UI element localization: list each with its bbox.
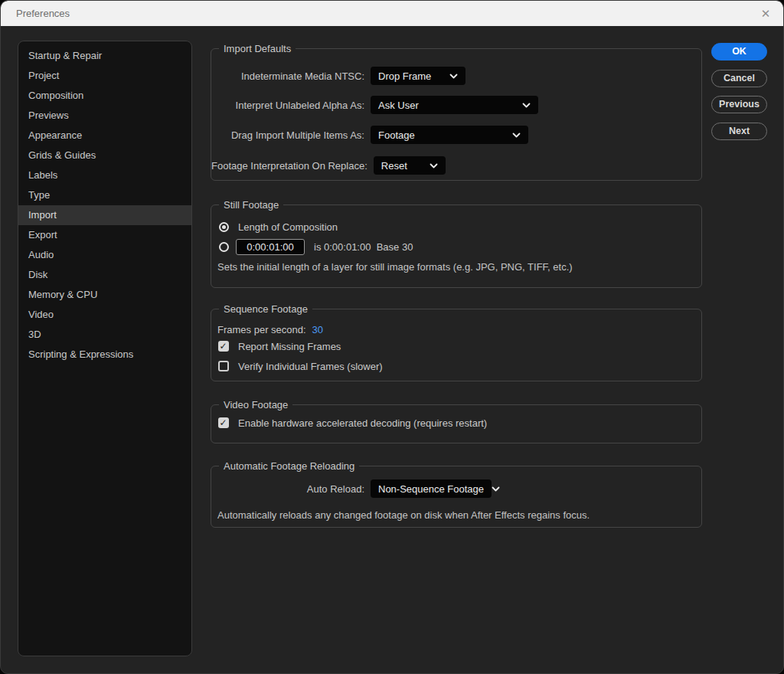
sidebar-item-composition[interactable]: Composition	[18, 86, 191, 106]
import-preferences-panel: Import Defaults Indeterminate Media NTSC…	[211, 1, 702, 674]
group-video-footage: Video Footage Enable hardware accelerate…	[211, 404, 702, 443]
hardware-decoding-label: Enable hardware accelerated decoding (re…	[238, 417, 487, 429]
sidebar-item-appearance[interactable]: Appearance	[18, 126, 191, 146]
window-title: Preferences	[16, 1, 70, 26]
dropdown-value: Ask User	[378, 100, 419, 111]
chevron-down-icon	[492, 486, 500, 492]
sidebar-item-startup-repair[interactable]: Startup & Repair	[18, 46, 191, 66]
sidebar-item-labels[interactable]: Labels	[18, 165, 191, 185]
sidebar-item-memory-cpu[interactable]: Memory & CPU	[18, 285, 191, 305]
auto-reload-help-text: Automatically reloads any changed footag…	[217, 509, 590, 521]
sidebar-item-export[interactable]: Export	[18, 225, 191, 245]
row-hardware-decoding: Enable hardware accelerated decoding (re…	[211, 416, 701, 430]
dropdown-value: Reset	[381, 160, 407, 172]
row-length-of-composition: Length of Composition	[211, 220, 701, 234]
dropdown-value: Footage	[378, 129, 415, 141]
group-title: Sequence Footage	[219, 303, 312, 316]
timecode-suffix: is 0:00:01:00 Base 30	[314, 241, 413, 253]
row-frames-per-second: Frames per second: 30	[211, 323, 701, 336]
sidebar-item-3d[interactable]: 3D	[18, 325, 191, 345]
chevron-down-icon	[522, 103, 531, 108]
sidebar-item-import[interactable]: Import	[18, 205, 191, 225]
frames-per-second-label: Frames per second:	[217, 324, 306, 335]
verify-individual-frames-checkbox[interactable]	[218, 361, 229, 371]
next-button[interactable]: Next	[711, 123, 767, 140]
chevron-down-icon	[430, 163, 438, 168]
auto-reload-dropdown[interactable]: Non-Sequence Footage	[371, 479, 492, 498]
group-title: Video Footage	[219, 399, 292, 411]
report-missing-frames-checkbox[interactable]	[218, 341, 229, 352]
sidebar-item-project[interactable]: Project	[18, 66, 191, 86]
hardware-decoding-checkbox[interactable]	[218, 417, 229, 428]
sidebar-item-video[interactable]: Video	[18, 305, 191, 325]
chevron-down-icon	[449, 74, 458, 79]
custom-duration-radio[interactable]	[219, 242, 229, 252]
indeterminate-media-ntsc-dropdown[interactable]: Drop Frame	[371, 67, 466, 85]
drag-import-multiple-label: Drag Import Multiple Items As:	[211, 129, 364, 141]
preferences-category-list: Startup & Repair Project Composition Pre…	[18, 41, 192, 656]
length-of-composition-radio[interactable]	[219, 222, 229, 232]
footage-interpretation-label: Footage Interpretation On Replace:	[211, 160, 368, 172]
group-title: Automatic Footage Reloading	[219, 460, 359, 473]
frames-per-second-value[interactable]: 30	[312, 324, 323, 335]
preferences-dialog: Preferences ✕ Startup & Repair Project C…	[0, 0, 784, 674]
row-drag-import-multiple: Drag Import Multiple Items As: Footage	[211, 126, 701, 144]
row-auto-reload: Auto Reload: Non-Sequence Footage	[211, 479, 701, 498]
dropdown-value: Drop Frame	[378, 70, 431, 82]
row-interpret-unlabeled-alpha: Interpret Unlabeled Alpha As: Ask User	[211, 96, 701, 114]
chevron-down-icon	[512, 133, 521, 138]
auto-reload-label: Auto Reload:	[211, 483, 364, 495]
group-sequence-footage: Sequence Footage Frames per second: 30 R…	[211, 309, 702, 381]
sidebar-item-scripting-expressions[interactable]: Scripting & Expressions	[18, 345, 191, 365]
sidebar-item-type[interactable]: Type	[18, 185, 191, 205]
length-of-composition-label: Length of Composition	[238, 221, 338, 233]
indeterminate-media-ntsc-label: Indeterminate Media NTSC:	[211, 70, 364, 82]
timecode-input[interactable]	[236, 239, 305, 255]
sidebar-item-disk[interactable]: Disk	[18, 265, 191, 285]
previous-button[interactable]: Previous	[711, 96, 767, 113]
footage-interpretation-dropdown[interactable]: Reset	[374, 156, 446, 175]
interpret-unlabeled-alpha-label: Interpret Unlabeled Alpha As:	[211, 100, 364, 111]
verify-individual-frames-label: Verify Individual Frames (slower)	[238, 361, 383, 372]
report-missing-frames-label: Report Missing Frames	[238, 341, 341, 352]
group-still-footage: Still Footage Length of Composition is 0…	[211, 204, 702, 288]
still-footage-help-text: Sets the initial length of a layer for s…	[217, 261, 573, 273]
drag-import-multiple-dropdown[interactable]: Footage	[371, 126, 528, 144]
row-indeterminate-media-ntsc: Indeterminate Media NTSC: Drop Frame	[211, 67, 701, 85]
group-title: Still Footage	[219, 199, 283, 211]
row-verify-individual-frames: Verify Individual Frames (slower)	[211, 359, 701, 373]
close-icon[interactable]: ✕	[754, 1, 777, 26]
group-import-defaults: Import Defaults Indeterminate Media NTSC…	[211, 48, 702, 181]
cancel-button[interactable]: Cancel	[711, 70, 767, 87]
group-automatic-footage-reloading: Automatic Footage Reloading Auto Reload:…	[211, 466, 702, 528]
sidebar-item-previews[interactable]: Previews	[18, 106, 191, 126]
row-report-missing-frames: Report Missing Frames	[211, 339, 701, 353]
sidebar-item-grids-guides[interactable]: Grids & Guides	[18, 146, 191, 165]
row-footage-interpretation: Footage Interpretation On Replace: Reset	[211, 156, 701, 175]
sidebar-item-audio[interactable]: Audio	[18, 245, 191, 265]
dropdown-value: Non-Sequence Footage	[378, 483, 484, 495]
ok-button[interactable]: OK	[711, 43, 767, 61]
group-title: Import Defaults	[219, 43, 296, 55]
interpret-unlabeled-alpha-dropdown[interactable]: Ask User	[371, 96, 538, 114]
row-custom-duration: is 0:00:01:00 Base 30	[211, 238, 701, 255]
